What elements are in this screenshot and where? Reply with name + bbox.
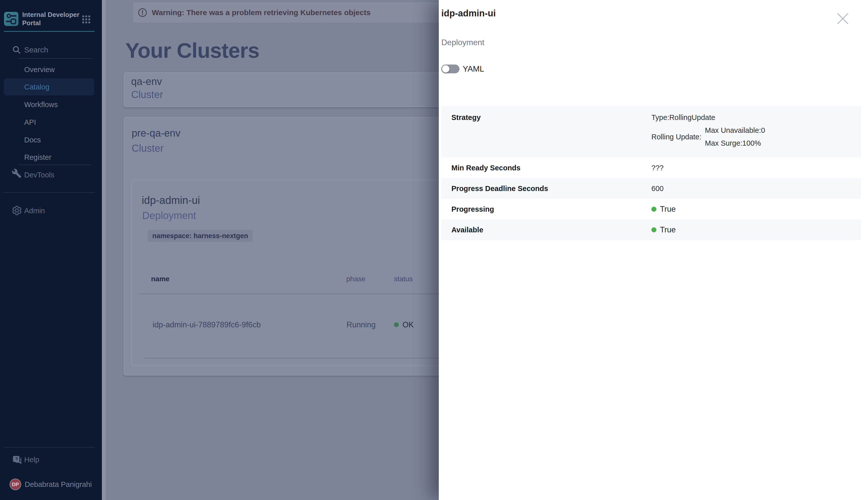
app-root: Internal Developer Portal Search Overvie…	[0, 0, 868, 500]
detail-value: ???	[652, 164, 861, 172]
detail-row-progressing: Progressing True	[441, 199, 861, 219]
deployment-details-table: Strategy Type:RollingUpdate Rolling Upda…	[441, 106, 861, 240]
cluster-name: pre-qa-env	[132, 127, 180, 139]
footer-divider	[3, 447, 95, 447]
search-input[interactable]: Search	[24, 46, 48, 54]
drawer-title: idp-admin-ui	[441, 8, 496, 19]
drawer-kind-label: Deployment	[441, 38, 485, 47]
apps-grid-icon[interactable]	[82, 15, 90, 23]
pod-status: OK	[402, 320, 414, 329]
detail-row-min-ready-seconds: Min Ready Seconds ???	[441, 158, 861, 178]
search-icon	[12, 45, 21, 55]
yaml-toggle-row[interactable]: YAML	[441, 64, 484, 74]
workload-kind: Deployment	[142, 210, 196, 221]
detail-label: Available	[441, 226, 652, 234]
yaml-toggle[interactable]	[441, 65, 459, 73]
yaml-toggle-label: YAML	[463, 64, 484, 73]
svg-text:?: ?	[15, 457, 18, 461]
nav-divider	[18, 164, 91, 165]
detail-label: Progress Deadline Seconds	[441, 184, 652, 193]
close-icon[interactable]	[836, 12, 849, 25]
strategy-type: Type:RollingUpdate	[652, 113, 861, 122]
sidebar-item-admin[interactable]: Admin	[24, 204, 45, 218]
search-underline	[18, 58, 92, 59]
max-surge: Max Surge:100%	[705, 139, 765, 147]
brand-line2: Portal	[22, 19, 79, 27]
deployment-drawer: idp-admin-ui Deployment YAML Strategy Ty…	[439, 0, 868, 500]
gear-icon	[12, 205, 22, 216]
sidebar-item-help[interactable]: Help	[24, 453, 39, 467]
status-ok-dot	[394, 322, 399, 327]
detail-row-available: Available True	[441, 219, 861, 240]
portal-logo-icon[interactable]	[4, 12, 19, 26]
brand-title: Internal Developer Portal	[22, 11, 79, 27]
pod-phase: Running	[346, 320, 376, 329]
detail-row-progress-deadline-seconds: Progress Deadline Seconds 600	[441, 178, 861, 199]
help-chat-icon: ?	[12, 454, 23, 465]
sidebar-search[interactable]: Search	[0, 44, 102, 56]
namespace-chip: namespace: harness-nextgen	[148, 230, 253, 242]
status-true-dot	[652, 207, 656, 212]
detail-value: True	[652, 225, 861, 234]
toggle-knob	[442, 65, 449, 72]
detail-value: True	[652, 205, 861, 214]
column-header-phase: phase	[346, 275, 365, 283]
column-header-status: status	[394, 275, 413, 283]
column-header-name: name	[151, 275, 169, 283]
sidebar-item-register[interactable]: Register	[24, 150, 52, 164]
user-name[interactable]: Debabrata Panigrahi	[25, 477, 92, 491]
rolling-update-label: Rolling Update:	[652, 133, 701, 141]
cluster-kind: Cluster	[131, 89, 163, 100]
avatar[interactable]: DP	[10, 479, 21, 490]
detail-value: Type:RollingUpdate Rolling Update: Max U…	[652, 106, 861, 147]
sidebar: Internal Developer Portal Search Overvie…	[0, 0, 102, 500]
brand-accent-rule	[4, 31, 94, 32]
alert-circle-icon	[138, 8, 147, 18]
sidebar-item-overview[interactable]: Overview	[24, 62, 55, 77]
brand-line1: Internal Developer	[22, 11, 79, 19]
cluster-name: qa-env	[131, 76, 162, 87]
detail-row-strategy: Strategy Type:RollingUpdate Rolling Upda…	[441, 106, 861, 158]
sidebar-item-workflows[interactable]: Workflows	[24, 98, 58, 112]
sidebar-item-devtools[interactable]: DevTools	[24, 168, 54, 182]
page-title: Your Clusters	[125, 38, 259, 63]
sidebar-item-catalog[interactable]: Catalog	[24, 80, 49, 94]
max-unavailable: Max Unavailable:0	[705, 126, 765, 135]
detail-label: Progressing	[441, 205, 652, 214]
page-scrollbar[interactable]	[102, 0, 106, 500]
status-true-text: True	[660, 225, 676, 234]
status-true-text: True	[660, 205, 676, 214]
sidebar-item-api[interactable]: API	[24, 115, 36, 129]
warning-text: Warning: There was a problem retrieving …	[152, 8, 370, 17]
cluster-kind: Cluster	[132, 143, 164, 154]
status-true-dot	[652, 227, 656, 232]
section-divider	[3, 192, 95, 193]
detail-label: Strategy	[441, 106, 652, 122]
wrench-icon	[12, 168, 22, 179]
detail-value: 600	[652, 184, 861, 193]
pod-name: idp-admin-ui-7889789fc6-9f6cb	[153, 320, 261, 329]
detail-label: Min Ready Seconds	[441, 164, 652, 172]
sidebar-item-docs[interactable]: Docs	[24, 133, 41, 147]
workload-name: idp-admin-ui	[142, 194, 200, 206]
